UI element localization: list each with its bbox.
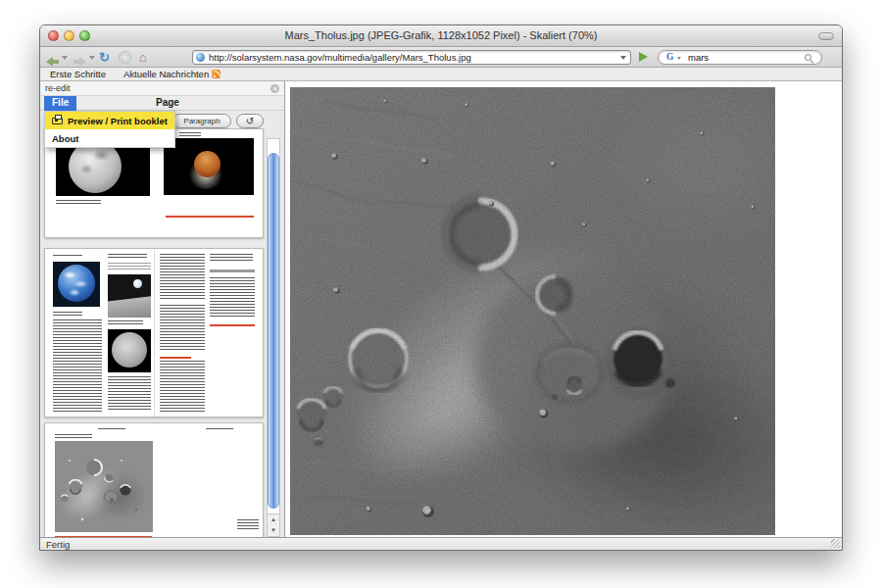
red-rule: [166, 216, 254, 218]
sidebar-panel: re-edit × File Page Paragraph ↺ Preview …: [40, 81, 285, 537]
google-engine-icon: G: [666, 52, 673, 62]
navigation-toolbar: ↻ × ⌂ http://solarsystem.nasa.gov/multim…: [40, 47, 842, 68]
printer-icon: [52, 118, 63, 124]
thumbnail-caption-text: [55, 434, 92, 438]
moon-image: [112, 332, 147, 368]
menu-item-about[interactable]: About: [45, 129, 174, 147]
thumbnail-caption-text: [53, 255, 82, 258]
resize-grip[interactable]: [831, 539, 840, 548]
bookmark-erste-schritte[interactable]: Erste Schritte: [50, 68, 106, 80]
scroll-down-arrow[interactable]: ▼: [268, 525, 279, 536]
search-input-value: mars: [688, 51, 709, 64]
sidebar-header: re-edit ×: [40, 81, 284, 96]
page-content: [285, 81, 842, 537]
title-bar: Mars_Tholus.jpg (JPEG-Grafik, 1128x1052 …: [40, 25, 842, 47]
thumbnail-header-text: [210, 254, 253, 262]
refresh-button[interactable]: ↺: [236, 114, 264, 128]
thumbnail-text-block: [179, 132, 201, 137]
thumbnail-text-block: [108, 263, 151, 270]
sidebar-scrollbar-arrows: ▲ ▼: [267, 514, 280, 537]
url-text: http://solarsystem.nasa.gov/multimedia/g…: [209, 51, 616, 64]
minimize-window-button[interactable]: [64, 30, 74, 41]
site-globe-icon: [196, 53, 205, 62]
sidebar-menubar: File Page: [40, 96, 284, 111]
thumbnail-caption-text: [108, 320, 143, 324]
lunar-horizon: [108, 296, 151, 318]
bookmark-aktuelle-nachrichten[interactable]: Aktuelle Nachrichten: [123, 68, 220, 80]
menu-file[interactable]: File: [44, 96, 76, 111]
menu-page[interactable]: Page: [150, 96, 185, 111]
earthrise-photo: [108, 274, 151, 318]
back-button[interactable]: [46, 50, 68, 65]
search-field[interactable]: G mars: [658, 50, 822, 65]
menu-item-preview-print-booklet[interactable]: Preview / Print booklet: [45, 112, 174, 129]
forward-arrow-icon: [74, 53, 86, 63]
thumbnail-header-text: [108, 254, 147, 259]
thumbnail-text-block: [160, 361, 205, 412]
sidebar-scrollbar-thumb[interactable]: [268, 153, 279, 509]
forward-button[interactable]: [74, 50, 95, 65]
page-fold: [154, 249, 155, 416]
thumbnail-header-text: [98, 428, 125, 431]
back-arrow-icon: [46, 53, 59, 63]
red-text-rule: [160, 357, 191, 359]
file-menu-dropdown: Preview / Print booklet About: [44, 111, 175, 148]
eclipse-moon-image: [194, 151, 220, 177]
thumbnail-caption-text: [53, 312, 82, 316]
url-history-dropdown-icon[interactable]: [620, 56, 626, 60]
thumbnail-text-block: [237, 519, 259, 529]
home-button[interactable]: ⌂: [139, 50, 147, 65]
earthrise-earth-image: [133, 279, 142, 288]
gray-divider: [210, 270, 255, 272]
window-title: Mars_Tholus.jpg (JPEG-Grafik, 1128x1052 …: [99, 29, 783, 41]
earth-image: [58, 265, 95, 302]
close-window-button[interactable]: [48, 30, 59, 41]
search-icon[interactable]: [805, 54, 811, 61]
toolbar-toggle-capsule[interactable]: [818, 32, 834, 40]
back-history-dropdown-icon[interactable]: [62, 56, 68, 60]
stop-button[interactable]: ×: [119, 50, 131, 65]
thumbnail-text-block: [108, 376, 151, 412]
thumbnail-text-block: [160, 305, 205, 352]
status-bar: Fertig: [40, 537, 842, 550]
sidebar-title: re-edit: [45, 83, 71, 93]
sidebar-close-icon[interactable]: ×: [270, 84, 279, 93]
booklet-page-3[interactable]: [44, 422, 264, 537]
browser-window: Mars_Tholus.jpg (JPEG-Grafik, 1128x1052 …: [39, 24, 843, 551]
lunar-eclipse-photo: [164, 138, 254, 195]
moon-photo-2: [108, 329, 151, 372]
url-field[interactable]: http://solarsystem.nasa.gov/multimedia/g…: [192, 50, 631, 65]
forward-history-dropdown-icon[interactable]: [89, 56, 95, 60]
red-rule: [55, 536, 152, 537]
mars-tholus-thumb-photo: [55, 441, 153, 532]
thumbnail-text-block: [210, 277, 255, 318]
scroll-up-arrow[interactable]: ▲: [268, 514, 279, 525]
thumbnail-caption-text: [56, 200, 101, 205]
paragraph-button[interactable]: Paragraph: [172, 114, 231, 128]
go-button[interactable]: [639, 52, 648, 62]
zoom-window-button[interactable]: [79, 30, 90, 41]
reload-button[interactable]: ↻: [99, 50, 110, 65]
search-engine-dropdown-icon[interactable]: [677, 57, 681, 60]
red-rule: [210, 324, 255, 326]
thumbnail-header-text: [206, 428, 233, 431]
mars-tholus-image[interactable]: [290, 87, 775, 535]
stop-icon: ×: [119, 51, 131, 64]
full-moon-image: [69, 140, 122, 193]
earth-photo: [53, 262, 100, 307]
bookmarks-bar: Erste Schritte Aktuelle Nachrichten: [40, 68, 842, 81]
thumbnail-text-block: [53, 319, 102, 412]
screen: Mars_Tholus.jpg (JPEG-Grafik, 1128x1052 …: [0, 0, 882, 588]
status-text: Fertig: [46, 539, 70, 550]
mars-thumb-svg: [55, 441, 153, 532]
rss-feed-icon: [212, 70, 220, 78]
booklet-page-2[interactable]: [44, 248, 264, 417]
thumbnail-text-block: [160, 254, 205, 301]
